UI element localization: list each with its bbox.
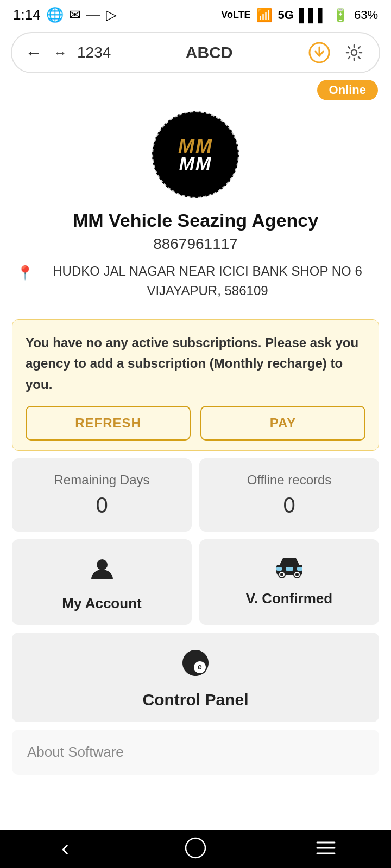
agency-address: 📍 HUDKO JAL NAGAR NEAR ICICI BANK SHOP N… <box>16 261 375 301</box>
v-confirmed-label: V. Confirmed <box>246 590 332 607</box>
nav-bar: ← ↔ 1234 ABCD <box>11 32 380 73</box>
svg-point-6 <box>280 573 283 576</box>
svg-text:e: e <box>198 662 202 671</box>
remaining-days-value: 0 <box>96 493 108 518</box>
warning-buttons: REFRESH PAY <box>26 406 365 441</box>
status-icon-browser: 🌐 <box>46 7 64 23</box>
offline-records-label: Offline records <box>247 473 332 488</box>
offline-records-card: Offline records 0 <box>199 458 379 532</box>
bottom-nav: ‹ <box>0 830 391 868</box>
v-confirmed-card[interactable]: V. Confirmed <box>199 539 379 625</box>
bottom-home-button[interactable] <box>174 834 217 861</box>
control-panel-icon: e <box>180 648 211 684</box>
back-button[interactable]: ← <box>25 43 42 63</box>
avatar: MM MM <box>152 111 239 198</box>
agency-phone: 8867961117 <box>153 235 238 253</box>
status-signal-bars: ▌▌▌ <box>299 8 327 23</box>
agency-name: MM Vehicle Seazing Agency <box>73 210 318 231</box>
bottom-menu-button[interactable] <box>304 834 348 861</box>
svg-rect-11 <box>297 567 302 571</box>
status-icon-play: ▷ <box>106 7 117 23</box>
status-time: 1:14 <box>13 7 41 23</box>
subscription-warning: You have no any active subscriptions. Pl… <box>12 319 379 451</box>
nav-id: 1234 <box>77 44 111 61</box>
address-text: HUDKO JAL NAGAR NEAR ICICI BANK SHOP NO … <box>40 261 375 301</box>
nav-title: ABCD <box>122 43 297 62</box>
about-software-label: About Software <box>27 744 124 760</box>
menu-grid: My Account V. Confirmed <box>12 539 379 625</box>
status-icon-arrow: — <box>86 7 100 23</box>
svg-point-14 <box>186 838 205 858</box>
profile-section: MM MM MM Vehicle Seazing Agency 88679611… <box>0 106 391 311</box>
status-bar: 1:14 🌐 ✉ — ▷ VoLTE 📶 5G ▌▌▌ 🔋 63% <box>0 0 391 28</box>
settings-button[interactable] <box>342 41 366 65</box>
nav-dots[interactable]: ↔ <box>53 44 66 61</box>
svg-point-2 <box>351 50 357 55</box>
account-icon <box>88 554 116 589</box>
control-panel-card[interactable]: e Control Panel <box>12 633 379 722</box>
car-icon <box>274 554 305 584</box>
bottom-back-button[interactable]: ‹ <box>43 834 87 861</box>
status-signal: 5G <box>278 8 294 22</box>
control-panel-label: Control Panel <box>142 691 248 709</box>
online-badge-wrapper: Online <box>0 80 391 100</box>
my-account-card[interactable]: My Account <box>12 539 192 625</box>
offline-records-value: 0 <box>283 493 295 518</box>
svg-rect-9 <box>276 567 282 571</box>
status-battery-icon: 🔋 <box>332 8 349 23</box>
download-button[interactable] <box>307 41 331 65</box>
my-account-label: My Account <box>62 595 141 612</box>
stats-grid: Remaining Days 0 Offline records 0 <box>12 458 379 532</box>
location-icon: 📍 <box>16 263 34 284</box>
remaining-days-card: Remaining Days 0 <box>12 458 192 532</box>
status-wifi: 📶 <box>256 8 273 23</box>
status-volte: VoLTE <box>221 9 250 21</box>
svg-rect-10 <box>286 567 293 571</box>
logo-bottom: MM <box>178 154 213 173</box>
svg-point-3 <box>97 559 108 570</box>
svg-point-8 <box>295 573 299 576</box>
status-icon-mail: ✉ <box>69 7 81 23</box>
refresh-button[interactable]: REFRESH <box>26 406 191 441</box>
about-software-card[interactable]: About Software <box>12 730 379 775</box>
status-battery-percent: 63% <box>354 8 378 22</box>
remaining-days-label: Remaining Days <box>54 473 149 488</box>
pay-button[interactable]: PAY <box>200 406 365 441</box>
subscription-message: You have no any active subscriptions. Pl… <box>26 333 365 395</box>
online-badge: Online <box>317 80 378 100</box>
